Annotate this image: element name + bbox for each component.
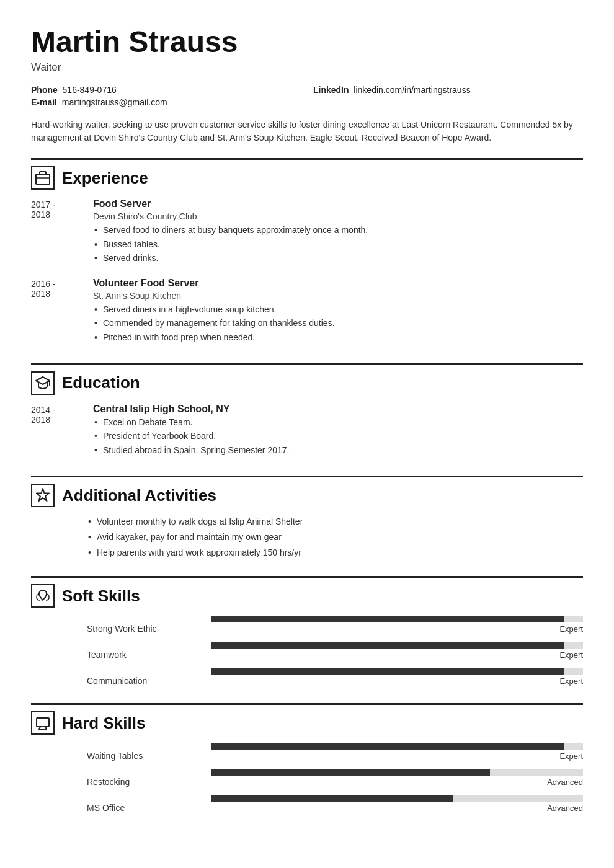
entry-date: 2017 - 2018: [31, 198, 87, 267]
experience-icon: [31, 166, 55, 190]
experience-header: Experience: [31, 158, 583, 190]
experience-title: Experience: [62, 169, 148, 188]
education-section: Education 2014 - 2018Central Islip High …: [31, 363, 583, 459]
entry-row: 2014 - 2018Central Islip High School, NY…: [31, 404, 583, 459]
contact-phone: Phone 516-849-0716: [31, 85, 301, 95]
skill-bar-fill: [211, 795, 453, 802]
skill-label: MS Office: [87, 803, 211, 813]
hard-skills-section: Hard Skills Waiting TablesExpertRestocki…: [31, 703, 583, 813]
skill-level: Advanced: [547, 804, 583, 813]
experience-entries: 2017 - 2018Food ServerDevin Shiro's Coun…: [31, 198, 583, 346]
activities-title: Additional Activities: [62, 486, 216, 505]
entry-date: 2014 - 2018: [31, 404, 87, 459]
svg-marker-5: [37, 489, 49, 501]
svg-rect-1: [40, 172, 46, 175]
skill-label: Restocking: [87, 777, 211, 787]
skill-bar-fill: [211, 642, 564, 649]
entry-org: Devin Shiro's Country Club: [93, 211, 583, 221]
entry-row: 2016 - 2018Volunteer Food ServerSt. Ann'…: [31, 278, 583, 346]
soft-skills-icon: [31, 584, 55, 608]
entry-role: Volunteer Food Server: [93, 278, 583, 289]
activities-section: Additional Activities Volunteer monthly …: [31, 476, 583, 559]
skill-row: CommunicationExpert: [31, 668, 583, 686]
hard-skills-icon: [31, 711, 55, 735]
hard-skills-header: Hard Skills: [31, 703, 583, 735]
activities-icon: [31, 484, 55, 507]
activities-header: Additional Activities: [31, 476, 583, 507]
skill-label: Strong Work Ethic: [87, 624, 211, 634]
svg-rect-0: [36, 174, 50, 184]
skill-label: Teamwork: [87, 650, 211, 660]
activities-list: Volunteer monthly to walk dogs at Islip …: [31, 516, 583, 559]
activity-item: Avid kayaker, pay for and maintain my ow…: [87, 531, 583, 544]
bullet-item: Bussed tables.: [93, 239, 583, 251]
skill-level: Advanced: [547, 777, 583, 787]
soft-skills-title: Soft Skills: [62, 587, 140, 606]
skill-level: Expert: [559, 751, 583, 761]
hard-skills-title: Hard Skills: [62, 714, 145, 733]
skill-bar-fill: [211, 743, 564, 750]
phone-label: Phone: [31, 85, 58, 95]
education-title: Education: [62, 373, 140, 392]
linkedin-label: LinkedIn: [313, 85, 349, 95]
skill-level: Expert: [559, 676, 583, 686]
soft-skills-list: Strong Work EthicExpertTeamworkExpertCom…: [31, 616, 583, 686]
summary-text: Hard-working waiter, seeking to use prov…: [31, 118, 583, 144]
skill-row: Strong Work EthicExpert: [31, 616, 583, 634]
email-label: E-mail: [31, 97, 57, 107]
bullet-item: Served drinks.: [93, 252, 583, 265]
bullet-item: Pitched in with food prep when needed.: [93, 332, 583, 344]
skill-row: RestockingAdvanced: [31, 769, 583, 787]
bullet-item: Served food to diners at busy banquets a…: [93, 224, 583, 237]
activity-item: Volunteer monthly to walk dogs at Islip …: [87, 516, 583, 528]
contact-linkedin: LinkedIn linkedin.com/in/martingstrauss: [313, 85, 583, 95]
skill-bar-fill: [211, 769, 490, 776]
entry-date: 2016 - 2018: [31, 278, 87, 346]
bullet-item: President of Yearbook Board.: [93, 430, 583, 443]
contact-email: E-mail martingstrauss@gmail.com: [31, 97, 301, 107]
skill-bar-track: [211, 795, 583, 802]
soft-skills-header: Soft Skills: [31, 576, 583, 608]
entry-org: St. Ann's Soup Kitchen: [93, 291, 583, 301]
hard-skills-list: Waiting TablesExpertRestockingAdvancedMS…: [31, 743, 583, 813]
skill-bar-fill: [211, 668, 564, 675]
skill-level: Expert: [559, 650, 583, 660]
skill-label: Waiting Tables: [87, 751, 211, 761]
bullet-item: Excel on Debate Team.: [93, 417, 583, 429]
bullet-item: Served diners in a high-volume soup kitc…: [93, 304, 583, 316]
skill-bar-track: [211, 616, 583, 622]
skill-bar-track: [211, 642, 583, 649]
education-icon: [31, 371, 55, 395]
bullet-item: Studied abroad in Spain, Spring Semester…: [93, 445, 583, 457]
activity-item: Help parents with yard work approximatel…: [87, 547, 583, 559]
experience-section: Experience 2017 - 2018Food ServerDevin S…: [31, 158, 583, 346]
bullet-item: Commended by management for taking on th…: [93, 317, 583, 330]
entry-bullets: Served food to diners at busy banquets a…: [93, 224, 583, 265]
skill-bar-fill: [211, 616, 564, 622]
skill-bar-track: [211, 769, 583, 776]
svg-rect-6: [37, 718, 49, 727]
skill-level: Expert: [559, 624, 583, 634]
resume-title: Waiter: [31, 61, 583, 74]
entry-bullets: Excel on Debate Team.President of Yearbo…: [93, 417, 583, 457]
resume-name: Martin Strauss: [31, 25, 583, 59]
contact-grid: Phone 516-849-0716 LinkedIn linkedin.com…: [31, 85, 583, 107]
entry-row: 2017 - 2018Food ServerDevin Shiro's Coun…: [31, 198, 583, 267]
skill-row: TeamworkExpert: [31, 642, 583, 660]
skill-bar-track: [211, 668, 583, 675]
skill-bar-track: [211, 743, 583, 750]
soft-skills-section: Soft Skills Strong Work EthicExpertTeamw…: [31, 576, 583, 686]
skill-row: MS OfficeAdvanced: [31, 795, 583, 813]
education-entries: 2014 - 2018Central Islip High School, NY…: [31, 404, 583, 459]
entry-role: Central Islip High School, NY: [93, 404, 583, 415]
education-header: Education: [31, 363, 583, 395]
skill-row: Waiting TablesExpert: [31, 743, 583, 761]
entry-role: Food Server: [93, 198, 583, 210]
entry-bullets: Served diners in a high-volume soup kitc…: [93, 304, 583, 344]
skill-label: Communication: [87, 676, 211, 686]
